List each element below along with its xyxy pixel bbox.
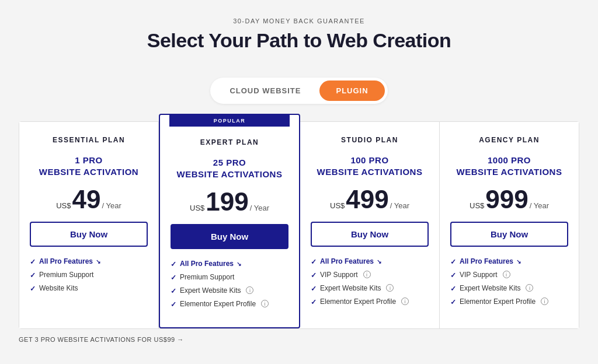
feature-text: Elementor Expert Profile <box>460 298 536 306</box>
feature-link[interactable]: All Pro Features ↘ <box>320 257 381 265</box>
features-list-agency: ✓All Pro Features ↘ ✓VIP Supporti ✓Exper… <box>450 257 568 306</box>
info-icon[interactable]: i <box>246 286 253 294</box>
check-icon: ✓ <box>450 271 456 279</box>
plan-name-expert: EXPERT PLAN <box>171 136 288 146</box>
price-amount: 49 <box>72 187 101 212</box>
plan-name-essential: ESSENTIAL PLAN <box>30 134 148 144</box>
feature-link[interactable]: All Pro Features ↘ <box>180 260 241 268</box>
info-icon[interactable]: i <box>386 284 394 292</box>
feature-text: Expert Website Kits <box>180 286 241 295</box>
feature-text: Elementor Expert Profile <box>180 300 256 308</box>
arrow-icon: ↘ <box>237 261 241 267</box>
plan-column-studio: STUDIO PLAN 100 PROWEBSITE ACTIVATIONS U… <box>300 122 440 328</box>
price-amount: 499 <box>346 187 388 212</box>
feature-text: VIP Support <box>320 271 358 279</box>
check-icon: ✓ <box>450 285 456 293</box>
feature-item: ✓Elementor Expert Profilei <box>171 300 288 309</box>
feature-text: Expert Website Kits <box>320 284 381 292</box>
feature-item: ✓Expert Website Kitsi <box>450 284 568 293</box>
activations-agency: 1000 PROWEBSITE ACTIVATIONS <box>450 155 568 177</box>
feature-text: Website Kits <box>39 284 78 292</box>
info-icon[interactable]: i <box>526 284 533 292</box>
plan-column-expert: POPULAREXPERT PLAN 25 PROWEBSITE ACTIVAT… <box>159 114 300 328</box>
activations-essential: 1 PROWEBSITE ACTIVATION <box>30 155 148 177</box>
features-list-studio: ✓All Pro Features ↘ ✓VIP Supporti ✓Exper… <box>311 257 429 306</box>
check-icon: ✓ <box>171 287 176 295</box>
price-currency: US$ <box>330 201 345 210</box>
check-icon: ✓ <box>311 285 317 293</box>
info-icon[interactable]: i <box>261 300 269 307</box>
price-amount: 999 <box>485 187 528 212</box>
feature-item: ✓Expert Website Kitsi <box>171 286 288 295</box>
price-amount: 199 <box>206 189 248 215</box>
feature-item: ✓Website Kits <box>30 284 148 293</box>
activations-expert: 25 PROWEBSITE ACTIVATIONS <box>171 157 288 180</box>
feature-item: ✓All Pro Features ↘ <box>171 260 288 268</box>
arrow-icon: ↘ <box>96 258 100 265</box>
feature-item: ✓VIP Supporti <box>450 271 568 279</box>
price-row-essential: US$ 49 / Year <box>30 187 148 212</box>
info-icon[interactable]: i <box>401 298 409 305</box>
popular-badge: POPULAR <box>169 115 290 127</box>
plan-column-essential: ESSENTIAL PLAN 1 PROWEBSITE ACTIVATION U… <box>19 122 159 328</box>
promo-text[interactable]: GET 3 PRO WEBSITE ACTIVATIONS FOR US$99 … <box>19 336 184 343</box>
footer-promo[interactable]: GET 3 PRO WEBSITE ACTIVATIONS FOR US$99 … <box>19 336 579 343</box>
feature-text: Elementor Expert Profile <box>320 298 396 306</box>
arrow-icon: ↘ <box>516 258 521 265</box>
feature-item: ✓Elementor Expert Profilei <box>450 298 568 306</box>
feature-item: ✓VIP Supporti <box>311 271 429 279</box>
price-period: / Year <box>530 201 549 210</box>
header-section: 30-DAY MONEY BACK GUARANTEE Select Your … <box>147 18 451 64</box>
feature-item: ✓All Pro Features ↘ <box>311 257 429 266</box>
check-icon: ✓ <box>311 258 317 266</box>
plan-column-agency: AGENCY PLAN 1000 PROWEBSITE ACTIVATIONS … <box>440 122 579 328</box>
info-icon[interactable]: i <box>503 271 510 278</box>
check-icon: ✓ <box>311 271 317 279</box>
check-icon: ✓ <box>171 274 176 282</box>
feature-item: ✓Premium Support <box>30 271 148 279</box>
guarantee-text: 30-DAY MONEY BACK GUARANTEE <box>147 18 451 24</box>
feature-text: Expert Website Kits <box>460 284 520 292</box>
price-period: / Year <box>390 201 409 210</box>
buy-button-agency[interactable]: Buy Now <box>450 222 568 247</box>
price-row-agency: US$ 999 / Year <box>450 187 568 212</box>
buy-button-studio[interactable]: Buy Now <box>311 222 429 247</box>
check-icon: ✓ <box>450 298 456 306</box>
feature-link[interactable]: All Pro Features ↘ <box>39 257 100 265</box>
check-icon: ✓ <box>30 258 36 266</box>
plan-name-studio: STUDIO PLAN <box>311 134 429 144</box>
info-icon[interactable]: i <box>363 271 371 278</box>
feature-item: ✓Expert Website Kitsi <box>311 284 429 293</box>
plan-name-agency: AGENCY PLAN <box>450 134 568 144</box>
features-list-essential: ✓All Pro Features ↘ ✓Premium Support ✓We… <box>30 257 148 293</box>
arrow-icon: ↘ <box>377 258 381 265</box>
feature-text: Premium Support <box>39 271 93 279</box>
feature-text: Premium Support <box>180 273 234 281</box>
feature-item: ✓All Pro Features ↘ <box>30 257 148 266</box>
feature-text: VIP Support <box>460 271 498 279</box>
feature-link[interactable]: All Pro Features ↘ <box>460 257 521 265</box>
main-title: Select Your Path to Web Creation <box>147 29 451 52</box>
check-icon: ✓ <box>171 300 176 309</box>
check-icon: ✓ <box>450 258 456 266</box>
price-period: / Year <box>250 204 269 212</box>
price-row-studio: US$ 499 / Year <box>311 187 429 212</box>
check-icon: ✓ <box>311 298 317 306</box>
feature-item: ✓All Pro Features ↘ <box>450 257 568 266</box>
plan-type-toggle: CLOUD WEBSITE PLUGIN <box>210 78 387 104</box>
activations-studio: 100 PROWEBSITE ACTIVATIONS <box>311 155 429 177</box>
buy-button-expert[interactable]: Buy Now <box>171 224 288 249</box>
check-icon: ✓ <box>30 285 36 293</box>
price-currency: US$ <box>190 204 204 212</box>
price-period: / Year <box>102 201 121 210</box>
plugin-toggle[interactable]: PLUGIN <box>319 80 384 101</box>
plans-table: ESSENTIAL PLAN 1 PROWEBSITE ACTIVATION U… <box>19 121 579 329</box>
buy-button-essential[interactable]: Buy Now <box>30 222 148 247</box>
price-row-expert: US$ 199 / Year <box>171 189 288 215</box>
feature-item: ✓Elementor Expert Profilei <box>311 298 429 306</box>
price-currency: US$ <box>470 201 484 210</box>
cloud-website-toggle[interactable]: CLOUD WEBSITE <box>213 80 317 101</box>
info-icon[interactable]: i <box>541 298 548 305</box>
check-icon: ✓ <box>30 271 36 279</box>
price-currency: US$ <box>56 201 71 210</box>
